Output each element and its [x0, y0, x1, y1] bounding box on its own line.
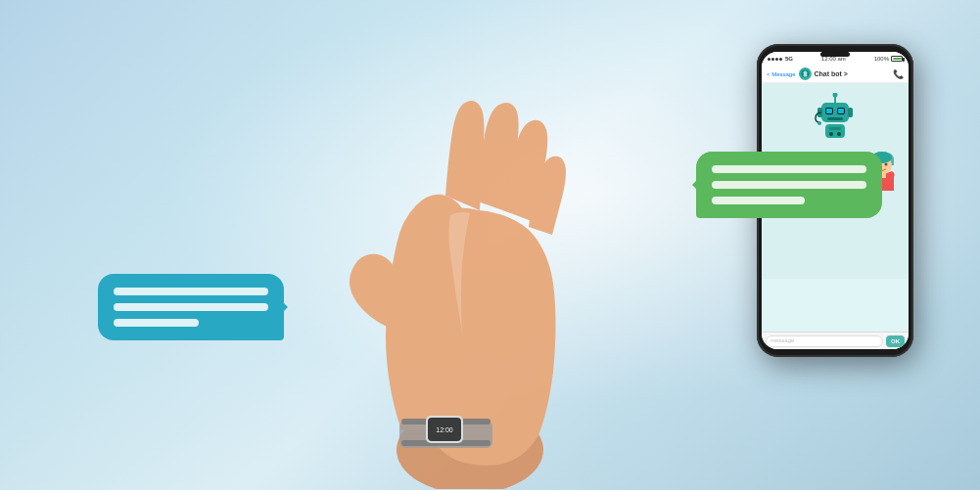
battery-fill: [893, 58, 902, 60]
bubble-line-1: [712, 165, 866, 173]
back-button[interactable]: < Message: [767, 71, 796, 77]
svg-rect-17: [827, 117, 843, 120]
svg-point-8: [803, 71, 807, 75]
bubble-line-3: [712, 197, 805, 204]
bubble-line-2: [712, 181, 866, 189]
bubble-line-5: [114, 303, 268, 311]
message-input[interactable]: message: [766, 335, 883, 347]
bot-speech-bubble: [696, 152, 882, 218]
svg-rect-16: [838, 109, 844, 113]
svg-rect-20: [825, 124, 845, 138]
svg-text:12:00: 12:00: [436, 426, 453, 433]
robot-container: [812, 93, 859, 144]
network-label: 5G: [785, 56, 793, 62]
message-placeholder: message: [770, 337, 794, 343]
svg-point-22: [829, 132, 833, 136]
svg-rect-15: [826, 109, 832, 113]
svg-point-24: [817, 121, 821, 125]
scene: 12:00 5G 12:00 am: [0, 0, 980, 490]
ok-button[interactable]: OK: [886, 335, 905, 347]
battery-icon: [891, 56, 903, 62]
svg-rect-19: [848, 108, 853, 117]
chat-title: Chat bot >: [815, 70, 890, 77]
signal-dots: 5G: [768, 56, 793, 62]
svg-rect-21: [829, 127, 841, 130]
svg-rect-9: [803, 74, 807, 77]
battery-area: 100%: [874, 56, 903, 62]
nav-bar: < Message Chat bot > 📞: [762, 66, 909, 83]
input-bar: message OK: [762, 332, 909, 349]
battery-percent: 100%: [874, 56, 889, 62]
bubble-line-4: [114, 288, 268, 295]
user-speech-bubble: [98, 274, 284, 340]
svg-point-30: [885, 163, 888, 166]
svg-point-11: [833, 93, 838, 98]
call-icon[interactable]: 📞: [893, 69, 904, 79]
bot-avatar: [799, 67, 812, 80]
bubble-line-6: [114, 319, 199, 327]
hand-illustration: 12:00: [274, 59, 705, 489]
svg-point-23: [837, 132, 841, 136]
robot-icon: [812, 93, 859, 144]
